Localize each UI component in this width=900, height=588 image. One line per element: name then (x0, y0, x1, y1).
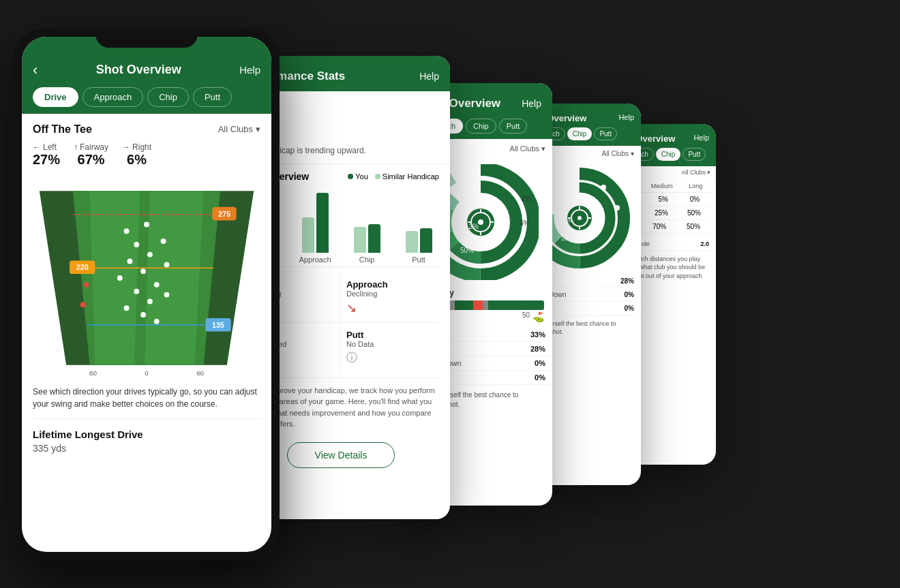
section-header: Off The Tee All Clubs ▾ (33, 123, 260, 136)
notch (95, 29, 198, 48)
lifetime-title: Lifetime Longest Drive (33, 429, 260, 440)
svg-text:50%: 50% (460, 247, 474, 254)
svg-point-24 (147, 298, 153, 304)
right-value: 6% (122, 152, 151, 168)
accuracy-bar-dark (483, 300, 488, 310)
svg-point-16 (134, 241, 139, 247)
svg-point-13 (124, 228, 130, 234)
accuracy-scale: 50 (522, 311, 530, 322)
section-title: Off The Tee (33, 123, 92, 136)
svg-point-19 (140, 268, 146, 274)
p1-tabs: Drive Approach Chip Putt (22, 87, 271, 114)
tab-chip-2a[interactable]: Chip (567, 127, 592, 140)
tab-putt-2[interactable]: Putt (499, 119, 528, 134)
bar-putt-label: Putt (412, 256, 425, 264)
accuracy-bar-green2 (488, 300, 544, 310)
legend-you: You (348, 172, 368, 181)
clubs-selector[interactable]: All Clubs ▾ (218, 124, 260, 134)
stat-left: ← Left 27% (33, 142, 60, 168)
page-title: Shot Overview (96, 63, 181, 77)
svg-point-21 (117, 275, 123, 281)
approach2-help[interactable]: Help (618, 113, 634, 123)
svg-point-75 (601, 185, 606, 190)
bar-putt: Putt (398, 228, 439, 264)
svg-text:60: 60 (89, 369, 97, 377)
trend-putt-icon: ⓘ (346, 351, 434, 365)
tab-drive[interactable]: Drive (33, 87, 78, 107)
svg-text:0: 0 (145, 369, 149, 377)
arrow-up-icon: ↑ (74, 142, 78, 152)
drive-description: See which direction your drives typicall… (33, 386, 260, 419)
tab-chip[interactable]: Chip (147, 87, 189, 107)
svg-text:2%: 2% (522, 195, 532, 202)
svg-point-18 (127, 258, 133, 264)
p1-body: Off The Tee All Clubs ▾ ← Left 27% (22, 114, 271, 463)
stat-right: → Right 6% (122, 142, 151, 168)
perf-help-button[interactable]: Help (419, 71, 439, 82)
svg-point-30 (80, 302, 86, 307)
svg-text:14%: 14% (465, 234, 479, 242)
view-details-button[interactable]: View Details (287, 442, 395, 468)
svg-text:60: 60 (196, 369, 204, 377)
bar-chip-label: Chip (359, 256, 375, 264)
tab-putt-2a[interactable]: Putt (594, 127, 617, 140)
tab-approach[interactable]: Approach (82, 87, 144, 107)
svg-text:275: 275 (218, 209, 230, 217)
chevron-down-icon-3: ▾ (631, 150, 634, 157)
trend-approach-arrow: ↘ (346, 300, 434, 315)
col-medium: Medium (651, 183, 673, 189)
svg-point-15 (161, 238, 166, 244)
svg-point-28 (154, 318, 160, 324)
svg-text:16%: 16% (561, 226, 573, 233)
scene: ‹ Shot Overview Help Drive Approach Chip… (14, 15, 886, 574)
chevron-down-icon: ▾ (256, 124, 260, 134)
tab-putt-3a[interactable]: Putt (682, 148, 706, 161)
stats-row: ← Left 27% ↑ Fairway 67% (33, 142, 260, 168)
trend-approach: Approach Declining ↘ (341, 273, 439, 323)
left-value: 27% (33, 152, 60, 168)
svg-point-20 (164, 262, 170, 267)
svg-text:46%: 46% (561, 217, 573, 224)
lifetime-value: 335 yds (33, 443, 260, 454)
chevron-down-icon-2: ▾ (541, 144, 545, 153)
svg-marker-2 (90, 191, 140, 365)
svg-point-47 (478, 219, 483, 225)
trend-putt: Putt No Data ⓘ (341, 323, 439, 372)
bar-approach: Approach (295, 193, 335, 264)
fairway-value: 67% (74, 152, 108, 168)
col-long: Long (689, 183, 702, 189)
arrow-left-icon: ← (33, 142, 41, 152)
svg-point-14 (144, 221, 149, 227)
svg-text:6%: 6% (520, 219, 530, 227)
bar-approach-label: Approach (299, 256, 331, 264)
help-button[interactable]: Help (239, 64, 260, 76)
arrow-right-icon: → (122, 142, 130, 152)
phone-screen: ‹ Shot Overview Help Drive Approach Chip… (22, 37, 271, 552)
svg-text:20%: 20% (561, 235, 573, 242)
svg-point-25 (164, 292, 170, 297)
svg-point-26 (124, 305, 130, 311)
back-button[interactable]: ‹ (33, 61, 38, 79)
svg-point-22 (154, 281, 160, 287)
legend-similar: Similar Handicap (375, 172, 439, 181)
svg-point-74 (614, 205, 620, 211)
approach-help[interactable]: Help (522, 98, 541, 109)
svg-point-66 (578, 216, 582, 220)
fairway-diagram: 275 220 135 (33, 176, 260, 380)
bar-chip: Chip (346, 224, 387, 264)
tab-chip-3a[interactable]: Chip (656, 148, 681, 161)
accuracy-bar-green (455, 300, 473, 310)
phone-main: ‹ Shot Overview Help Drive Approach Chip… (14, 29, 280, 560)
svg-point-29 (84, 281, 89, 287)
svg-point-17 (147, 251, 153, 257)
accuracy-bar-red (473, 300, 483, 310)
approach3-help[interactable]: Help (693, 134, 709, 144)
svg-marker-3 (145, 191, 203, 365)
svg-text:135: 135 (212, 320, 224, 328)
chevron-down-icon-4: ▾ (707, 169, 710, 176)
svg-text:12%: 12% (465, 223, 479, 230)
stat-fairway: ↑ Fairway 67% (74, 142, 108, 168)
tab-chip-2[interactable]: Chip (466, 119, 496, 134)
svg-text:220: 220 (76, 263, 89, 271)
tab-putt[interactable]: Putt (193, 87, 232, 107)
